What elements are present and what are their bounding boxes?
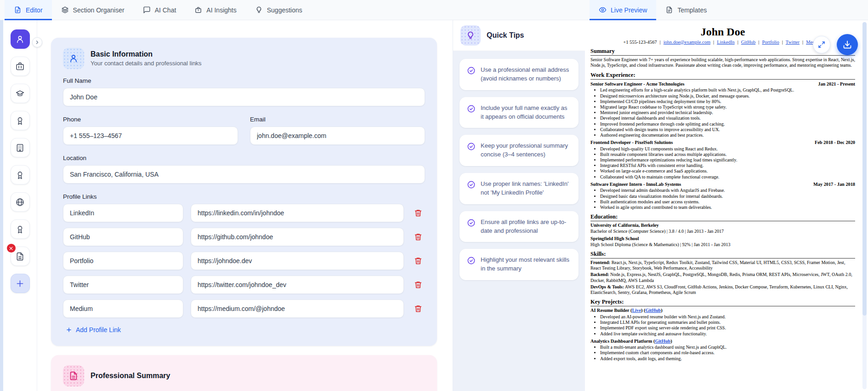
resume-contact-link[interactable]: Portfolio: [762, 40, 779, 45]
delete-link-button[interactable]: [411, 257, 425, 265]
profile-link-name-input[interactable]: [63, 276, 183, 294]
building-icon: [15, 143, 25, 153]
add-profile-link-button[interactable]: Add Profile Link: [63, 326, 124, 334]
sidebar-item-award-2[interactable]: [11, 165, 30, 184]
tab-section-organiser[interactable]: Section Organiser: [52, 0, 134, 20]
delete-link-button[interactable]: [411, 209, 425, 217]
tab-label: Section Organiser: [73, 6, 125, 14]
check-circle-icon: [467, 142, 476, 151]
profile-link-url-input[interactable]: [191, 204, 404, 222]
profile-link-url-input[interactable]: [191, 228, 404, 246]
tab-ai-insights[interactable]: AI Insights: [185, 0, 245, 20]
tip-card: Use a professional email address (avoid …: [460, 59, 579, 90]
card-subtitle: Your contact details and professional li…: [91, 60, 202, 67]
project-bullet: Integrated LLM APIs for generating summa…: [600, 320, 855, 325]
tab-live-preview[interactable]: Live Preview: [590, 0, 656, 20]
delete-link-button[interactable]: [411, 233, 425, 241]
project-bullets: Developed an AI-powered resume builder w…: [590, 314, 855, 337]
tab-templates[interactable]: Templates: [656, 0, 716, 20]
profile-link-name-input[interactable]: [63, 252, 183, 270]
preview-scrollbar-thumb[interactable]: [862, 22, 867, 316]
download-button[interactable]: [837, 34, 858, 55]
sidebar-item-globe[interactable]: [11, 192, 30, 212]
sidebar-item-briefcase[interactable]: [11, 57, 30, 76]
professional-summary-card: Professional Summary: [51, 355, 437, 391]
profile-link-row: [63, 252, 425, 270]
separator: |: [758, 40, 759, 45]
email-input[interactable]: [250, 126, 425, 145]
phone-input[interactable]: [63, 126, 238, 145]
project-title-line: AI Resume Builder (Live) (GitHub): [590, 308, 855, 314]
delete-link-button[interactable]: [411, 305, 425, 313]
sidebar-item-award-3[interactable]: [11, 219, 30, 239]
project-title: Analytics Dashboard Platform: [590, 339, 652, 344]
chat-bubble-icon: [143, 6, 151, 14]
resume-contact-link[interactable]: john.doe@example.com: [664, 40, 710, 45]
tab-label: AI Chat: [155, 6, 176, 14]
phone-label: Phone: [63, 116, 238, 123]
quick-tips-panel: Quick Tips Use a professional email addr…: [453, 20, 585, 391]
job-title: Software Engineer Intern - InnoLab Syste…: [590, 182, 681, 188]
tip-card: Highlight your most relevant skills in t…: [460, 249, 579, 280]
file-icon: [665, 6, 673, 14]
check-circle-icon: [467, 256, 476, 265]
award-icon: [15, 170, 25, 180]
download-icon: [843, 40, 852, 49]
resume-job: Senior Software Engineer - Acme Technolo…: [590, 81, 855, 138]
tip-card: Ensure all profile links are up-to-date …: [460, 211, 579, 242]
trash-icon: [414, 281, 422, 289]
profile-link-name-input[interactable]: [63, 299, 183, 318]
plus-icon: [66, 327, 72, 333]
separator: |: [802, 40, 803, 45]
sidebar-item-education[interactable]: [11, 84, 30, 103]
job-bullet: Implemented CI/CD pipelines reducing dep…: [600, 99, 855, 104]
lightbulb-chip: [460, 25, 481, 46]
resume-contact-link[interactable]: GitHub: [741, 40, 756, 45]
job-title: Senior Software Engineer - Acme Technolo…: [590, 81, 685, 87]
check-circle-icon: [467, 66, 476, 75]
sidebar-item-user[interactable]: [11, 29, 30, 49]
sidebar-item-document[interactable]: [11, 247, 30, 266]
location-input[interactable]: [63, 165, 425, 184]
delete-link-button[interactable]: [411, 281, 425, 289]
add-section-button[interactable]: [11, 274, 30, 293]
separator: |: [782, 40, 783, 45]
sidebar-item-building[interactable]: [11, 138, 30, 157]
summary-text: Senior Software Engineer with 7+ years o…: [590, 57, 855, 68]
resume-project: Analytics Dashboard Platform (GitHub) Bu…: [590, 339, 855, 362]
job-bullet: Built authentication modules and user ac…: [600, 199, 855, 205]
tab-editor[interactable]: Editor: [5, 0, 52, 20]
project-link[interactable]: GitHub: [655, 339, 670, 344]
tip-card: Use proper link names: 'LinkedIn' not 'M…: [460, 173, 579, 204]
education-entry: University of California, Berkeley Bache…: [590, 223, 855, 234]
resume-contact-link[interactable]: Twitter: [786, 40, 800, 45]
phone-email-row: Phone Email: [63, 116, 425, 145]
job-bullets: Developed internal admin dashboards with…: [590, 188, 855, 210]
check-circle-icon: [467, 218, 476, 227]
job-bullet: Developed high-quality UI components usi…: [600, 146, 855, 152]
skill-line: Frontend: React.js, Next.js, TypeScript,…: [590, 260, 855, 271]
fullscreen-button[interactable]: [813, 36, 830, 53]
eye-icon: [599, 6, 607, 14]
job-bullets: Developed high-quality UI components usi…: [590, 146, 855, 180]
profile-link-url-input[interactable]: [191, 252, 404, 270]
profile-link-url-input[interactable]: [191, 276, 404, 294]
sidebar-expand-button[interactable]: [32, 37, 42, 47]
resume-contact-link[interactable]: LinkedIn: [717, 40, 735, 45]
add-profile-link-label: Add Profile Link: [76, 326, 121, 334]
tip-card: Include your full name exactly as it app…: [460, 97, 579, 128]
education-entry: Springfield High School High School Dipl…: [590, 236, 855, 247]
project-link[interactable]: Live: [632, 308, 641, 313]
full-name-input[interactable]: [63, 88, 425, 106]
job-header: Software Engineer Intern - InnoLab Syste…: [590, 182, 855, 188]
profile-link-name-input[interactable]: [63, 204, 183, 222]
job-bullets: Led engineering efforts for a high-scale…: [590, 87, 855, 138]
tab-ai-chat[interactable]: AI Chat: [134, 0, 186, 20]
project-link[interactable]: GitHub: [645, 308, 661, 313]
card-header-text: Basic Information Your contact details a…: [91, 50, 202, 67]
preview-scrollbar[interactable]: [862, 22, 867, 389]
tab-suggestions[interactable]: Suggestions: [246, 0, 312, 20]
sidebar-item-award-1[interactable]: [11, 111, 30, 130]
profile-link-url-input[interactable]: [191, 299, 404, 318]
profile-link-name-input[interactable]: [63, 228, 183, 246]
